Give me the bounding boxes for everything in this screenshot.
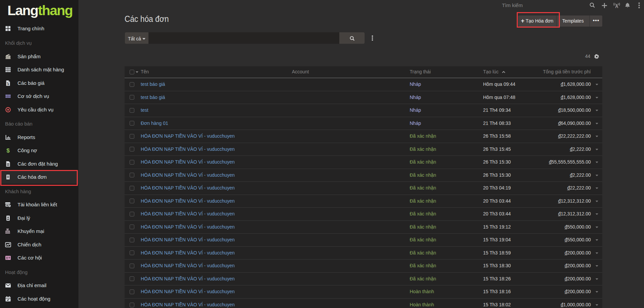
svg-text:$: $ <box>6 147 10 153</box>
svg-text:$: $ <box>7 82 9 85</box>
